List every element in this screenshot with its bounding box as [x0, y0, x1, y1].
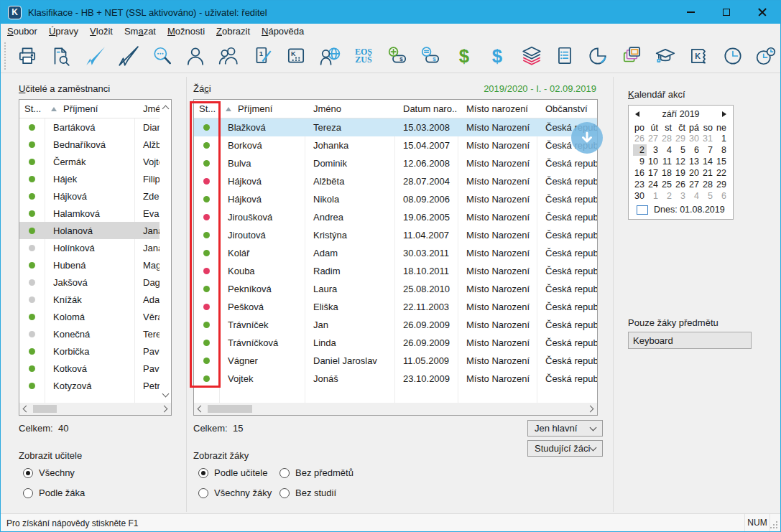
calendar-day[interactable]: 7 [701, 144, 715, 156]
table-row[interactable]: JirouškováAndrea19.06.2005Místo Narození… [194, 208, 597, 226]
calendar-day[interactable]: 17 [647, 167, 660, 179]
calendar-day[interactable]: 16 [633, 167, 647, 179]
menu-úpravy[interactable]: Úpravy [43, 24, 84, 39]
teachers-horizontal-scrollbar[interactable] [19, 403, 171, 415]
calendar-day[interactable]: 29 [674, 133, 688, 144]
menu-smazat[interactable]: Smazat [119, 24, 162, 39]
calendar-day[interactable]: 2 [660, 190, 674, 202]
calendar-day[interactable]: 9 [633, 156, 647, 167]
calendar-day[interactable]: 22 [715, 167, 729, 179]
calendar-day[interactable]: 2 [633, 144, 647, 156]
dollar-blue-button[interactable]: $ [486, 45, 509, 67]
print-button[interactable] [16, 45, 39, 67]
k-ticket-button[interactable]: K [687, 45, 710, 67]
calendar-day[interactable]: 5 [674, 144, 688, 156]
web-user-button[interactable] [319, 45, 342, 67]
table-row[interactable]: HájkováNikola08.09.2006Místo NarozeníČes… [194, 190, 597, 208]
table-row[interactable]: BlažkováTereza15.03.2008Místo NarozeníČe… [194, 118, 597, 136]
scroll-left-icon[interactable] [23, 406, 30, 413]
calendar-day[interactable]: 18 [660, 167, 674, 179]
table-row[interactable]: KotyzováPetra [19, 377, 171, 394]
menu-zobrazit[interactable]: Zobrazit [211, 24, 256, 39]
payment-add-button[interactable]: $ [387, 45, 410, 67]
calendar-month-label[interactable]: září 2019 [639, 109, 722, 119]
table-row[interactable]: HolínkováJana [19, 239, 171, 256]
calendar-day[interactable]: 26 [674, 179, 688, 190]
close-button[interactable] [744, 1, 780, 24]
calendar-day[interactable]: 19 [674, 167, 688, 179]
table-row[interactable]: BartákováDiana [19, 118, 171, 136]
calendar-day[interactable]: 8 [715, 144, 729, 156]
radio-without-studies[interactable]: Bez studií [279, 487, 336, 498]
table-row[interactable]: TrávníčekJan26.09.2009Místo NarozeníČesk… [194, 316, 597, 334]
calendar-day[interactable]: 29 [715, 179, 729, 190]
history-button[interactable] [754, 45, 777, 67]
calendar-k-button[interactable]: K [285, 45, 308, 67]
calendar-day[interactable]: 1 [647, 190, 660, 202]
menu-možnosti[interactable]: Možnosti [162, 24, 211, 39]
table-row[interactable]: HájekFilip [19, 170, 171, 187]
table-row[interactable]: HubenáMagdalena [19, 256, 171, 274]
send-outline-button[interactable] [116, 45, 139, 67]
calendar-day[interactable]: 31 [701, 133, 715, 144]
calendar-day[interactable]: 21 [701, 167, 715, 179]
calendar-day[interactable]: 25 [660, 179, 674, 190]
calendar-day[interactable]: 3 [674, 190, 688, 202]
calendar-day[interactable]: 6 [715, 190, 729, 202]
calendar-day[interactable]: 12 [674, 156, 688, 167]
table-row[interactable]: KolomáVěra [19, 308, 171, 325]
maximize-button[interactable] [708, 1, 744, 24]
main-subjects-dropdown[interactable]: Jen hlavní [527, 420, 603, 437]
table-row[interactable]: HájkováZdeňka [19, 187, 171, 205]
table-row[interactable]: JiroutováKristýna11.04.2007Místo Narozen… [194, 226, 597, 244]
students-button[interactable] [217, 45, 240, 67]
calendar-day[interactable]: 6 [688, 144, 701, 156]
table-row[interactable]: BulvaDominik12.06.2008Místo NarozeníČesk… [194, 154, 597, 172]
today-checkbox[interactable] [637, 205, 648, 215]
radio-teachers-by-student[interactable]: Podle žáka [23, 487, 85, 498]
calendar-day[interactable]: 4 [660, 144, 674, 156]
column-header-firstname[interactable]: Jméno [305, 100, 394, 118]
scrollbar-thumb[interactable] [33, 405, 57, 413]
table-row[interactable]: JakšováDagmar [19, 274, 171, 291]
toolbar-grip[interactable] [4, 42, 6, 70]
menu-soubor[interactable]: Soubor [1, 24, 43, 39]
calendar-day[interactable]: 28 [701, 179, 715, 190]
books-button[interactable] [520, 45, 543, 67]
table-row[interactable]: ČermákVojtěch [19, 153, 171, 170]
table-row[interactable]: HájkováAlžběta28.07.2004Místo NarozeníČe… [194, 172, 597, 190]
calendar-day[interactable]: 1 [715, 133, 729, 144]
gallery-button[interactable] [621, 45, 644, 67]
column-header-citizenship[interactable]: Občanství [537, 100, 598, 118]
table-row[interactable]: BednaříkováAlžběta [19, 136, 171, 153]
calendar-day[interactable]: 15 [715, 156, 729, 167]
pie-chart-button[interactable] [586, 45, 609, 67]
send-filled-button[interactable] [83, 45, 106, 67]
table-row[interactable]: HalamkováEva [19, 205, 171, 222]
table-row[interactable]: PeškováEliška22.11.2003Místo NarozeníČes… [194, 298, 597, 316]
table-row[interactable]: TrávníčkováLinda26.09.2009Místo Narození… [194, 334, 597, 352]
calendar-day[interactable]: 4 [688, 190, 701, 202]
column-header-surname[interactable]: Příjmení [219, 100, 305, 118]
students-horizontal-scrollbar[interactable] [194, 403, 597, 415]
table-row[interactable]: KonečnáTereza [19, 325, 171, 342]
column-header-firstname[interactable]: Jméno [134, 100, 161, 118]
table-row[interactable]: KotkováPavla [19, 360, 171, 377]
calendar-day[interactable]: 30 [688, 133, 701, 144]
eos-zus-button[interactable]: EOSZUŠ [352, 45, 375, 67]
scroll-down-icon[interactable] [162, 391, 169, 398]
table-row[interactable]: KorbičkaPavel [19, 342, 171, 360]
calendar-day[interactable]: 26 [633, 133, 647, 144]
table-row[interactable]: BorkováJohanka15.04.2007Místo NarozeníČe… [194, 136, 597, 154]
clock-button[interactable] [721, 45, 744, 67]
today-label[interactable]: Dnes: 01.08.2019 [654, 205, 725, 215]
calendar-day[interactable]: 14 [701, 156, 715, 167]
column-header-status[interactable]: St... [19, 100, 45, 118]
calendar-day[interactable]: 23 [633, 179, 647, 190]
radio-without-subjects[interactable]: Bez předmětů [279, 467, 353, 478]
menu-vložit[interactable]: Vložit [84, 24, 119, 39]
calendar-day[interactable]: 11 [660, 156, 674, 167]
scroll-right-icon[interactable] [161, 406, 168, 413]
table-row[interactable]: KoubaRadim18.10.2011Místo NarozeníČeská … [194, 262, 597, 280]
calendar-day[interactable]: 27 [647, 133, 660, 144]
